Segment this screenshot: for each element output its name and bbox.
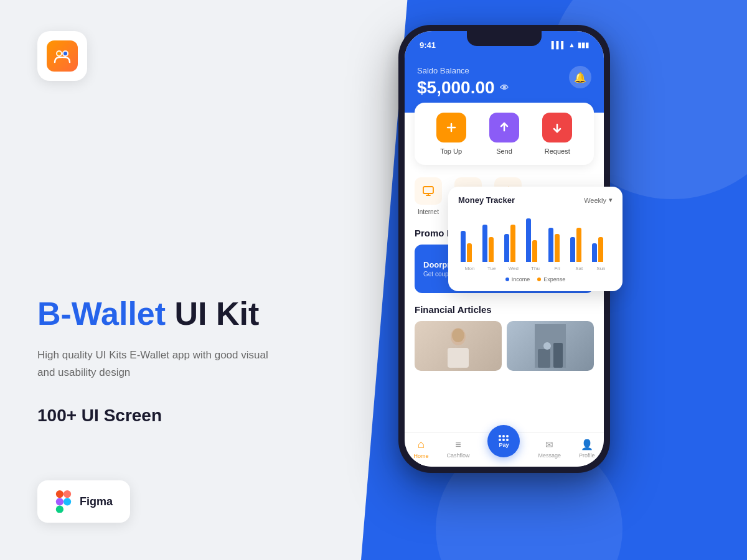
- income-label: Income: [512, 276, 530, 282]
- pay-button[interactable]: Pay: [487, 425, 520, 457]
- article-card-2[interactable]: [507, 321, 594, 371]
- svg-rect-24: [553, 343, 563, 368]
- status-notch: [467, 31, 542, 46]
- pay-dots: [499, 435, 509, 441]
- expense-bar-wed: [510, 225, 515, 262]
- signal-icon: ▌▌▌: [552, 41, 566, 49]
- expense-label: Expense: [543, 276, 565, 282]
- income-bar-wed: [504, 234, 509, 262]
- expense-bar-fri: [555, 234, 560, 262]
- chart-day-thu: Thu: [526, 266, 544, 271]
- brand-blue-text: B-Wallet: [37, 296, 166, 332]
- svg-rect-20: [448, 348, 469, 368]
- cashflow-label: Cashflow: [446, 452, 469, 459]
- articles-row: [415, 321, 594, 371]
- quick-actions: Top Up Send Request: [415, 103, 594, 165]
- svg-rect-5: [56, 490, 63, 498]
- bell-button[interactable]: 🔔: [569, 66, 591, 88]
- hero-section: B-Wallet UI Kit High quality UI Kits E-W…: [37, 222, 324, 426]
- internet-icon: [415, 177, 442, 205]
- chart-legend: Income Expense: [458, 276, 613, 282]
- article-image-1: [415, 321, 502, 371]
- svg-rect-7: [56, 498, 63, 505]
- battery-icon: ▮▮▮: [578, 41, 589, 49]
- expense-legend: Expense: [537, 276, 565, 282]
- logo-svg: [51, 45, 73, 67]
- chevron-down-icon: ▾: [609, 196, 613, 204]
- expense-bar-thu: [532, 240, 537, 262]
- nav-home[interactable]: ⌂ Home: [413, 438, 428, 459]
- svg-rect-0: [51, 45, 73, 67]
- svg-rect-6: [63, 490, 71, 498]
- status-time: 9:41: [420, 40, 436, 50]
- brand-dark-text: UI Kit: [166, 296, 259, 332]
- request-label: Request: [545, 147, 570, 155]
- expense-bar-sun: [598, 237, 603, 262]
- expense-bar-mon: [467, 243, 472, 262]
- wifi-icon: ▲: [568, 41, 575, 49]
- svg-point-3: [57, 52, 61, 55]
- chart-group-sat: [570, 228, 588, 262]
- brand-title: B-Wallet UI Kit: [37, 296, 324, 332]
- eye-icon[interactable]: 👁: [500, 83, 509, 93]
- article-image-2: [507, 321, 594, 371]
- chart-day-sat: Sat: [570, 266, 588, 271]
- income-bar-fri: [548, 228, 553, 262]
- chart-day-tue: Tue: [482, 266, 500, 271]
- status-bar: 9:41 ▌▌▌ ▲ ▮▮▮: [405, 31, 604, 58]
- home-label: Home: [413, 453, 428, 459]
- chart-labels: MonTueWedThuFriSatSun: [458, 266, 613, 271]
- chart-group-mon: [461, 231, 479, 262]
- expense-bar-sat: [576, 228, 581, 262]
- article-card-1[interactable]: [415, 321, 502, 371]
- tracker-title: Money Tracker: [458, 195, 515, 205]
- profile-icon: 👤: [581, 439, 593, 450]
- chart-group-wed: [504, 225, 522, 262]
- screen-count: 100+ UI Screen: [37, 406, 324, 426]
- topup-label: Top Up: [440, 147, 462, 155]
- income-bar-thu: [526, 218, 531, 262]
- svg-point-25: [543, 342, 551, 350]
- bottom-nav: ⌂ Home ≡ Cashflow Pay: [405, 432, 604, 467]
- person-svg-1: [443, 324, 474, 368]
- figma-badge: Figma: [37, 480, 130, 523]
- income-legend: Income: [505, 276, 530, 282]
- internet-label: Internet: [418, 208, 439, 215]
- chart-group-thu: [526, 218, 544, 262]
- cashflow-icon: ≡: [455, 439, 461, 450]
- tracker-filter[interactable]: Weekly ▾: [584, 196, 613, 204]
- brand-subtitle: High quality UI Kits E-Wallet app with g…: [37, 347, 274, 380]
- service-internet[interactable]: Internet: [415, 177, 442, 215]
- action-request[interactable]: Request: [542, 113, 572, 155]
- chart-day-mon: Mon: [461, 266, 479, 271]
- svg-rect-15: [423, 187, 433, 194]
- chart-group-sun: [592, 237, 610, 262]
- income-bar-tue: [482, 225, 487, 262]
- action-topup[interactable]: Top Up: [436, 113, 466, 155]
- tracker-header: Money Tracker Weekly ▾: [458, 195, 613, 205]
- chart-group-fri: [548, 228, 566, 262]
- chart-day-fri: Fri: [548, 266, 566, 271]
- balance-label: Saldo Balance: [417, 66, 591, 75]
- nav-profile[interactable]: 👤 Profile: [579, 439, 595, 459]
- income-dot: [505, 278, 509, 281]
- balance-value: $5,000.00: [417, 78, 495, 98]
- nav-cashflow[interactable]: ≡ Cashflow: [446, 439, 469, 459]
- nav-message[interactable]: ✉ Message: [538, 439, 561, 459]
- message-label: Message: [538, 452, 561, 459]
- logo-container: [37, 31, 87, 81]
- money-tracker-card: Money Tracker Weekly ▾ MonTueWedThuFriSa…: [448, 187, 622, 291]
- svg-point-4: [63, 52, 67, 55]
- articles-title: Financial Articles: [415, 304, 594, 315]
- income-bar-sat: [570, 237, 575, 262]
- send-label: Send: [496, 147, 512, 155]
- balance-amount: $5,000.00 👁: [417, 78, 591, 98]
- articles-section: Financial Articles: [405, 298, 604, 432]
- street-svg: [535, 324, 566, 368]
- svg-point-9: [63, 498, 71, 505]
- pay-label: Pay: [499, 442, 509, 448]
- send-icon: [489, 113, 519, 142]
- svg-rect-23: [538, 349, 550, 368]
- left-panel: B-Wallet UI Kit High quality UI Kits E-W…: [0, 0, 361, 560]
- action-send[interactable]: Send: [489, 113, 519, 155]
